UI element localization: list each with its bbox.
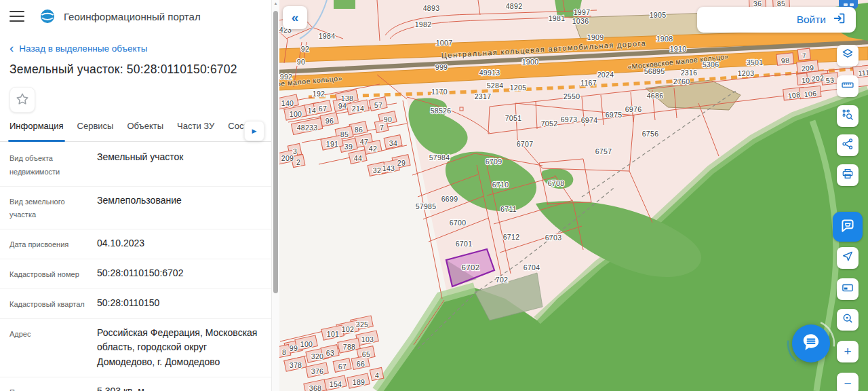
parcel-label[interactable]: 102: [342, 325, 354, 333]
parcel-label[interactable]: 191: [326, 140, 338, 148]
object-search-button[interactable]: [837, 105, 859, 127]
parcel-label[interactable]: 1170: [431, 88, 448, 96]
parcel-label[interactable]: 8: [282, 348, 286, 356]
print-button[interactable]: [837, 164, 859, 186]
parcel-label[interactable]: 1909: [587, 33, 604, 41]
parcel-label[interactable]: 67: [319, 105, 327, 113]
parcel-label[interactable]: 100: [290, 110, 302, 118]
parcel-label[interactable]: 189: [353, 378, 365, 386]
parcel-label[interactable]: 4686: [647, 92, 664, 100]
parcel-label[interactable]: 6708: [548, 179, 565, 187]
tab-information[interactable]: Информация: [9, 121, 64, 141]
parcel-label[interactable]: 2317: [475, 92, 492, 100]
parcel-label[interactable]: 4892: [506, 2, 523, 10]
parcel-label[interactable]: 378: [290, 361, 302, 369]
parcel-label[interactable]: 2024: [597, 71, 614, 79]
collapse-panel-button[interactable]: «: [283, 6, 307, 29]
parcel-label[interactable]: 6973: [561, 115, 578, 124]
parcel-label[interactable]: 63: [326, 349, 334, 357]
chat-button[interactable]: [792, 324, 830, 362]
zoom-out-button[interactable]: −: [837, 373, 859, 391]
parcel-label[interactable]: 6974: [581, 116, 598, 124]
parcel-label[interactable]: 2550: [564, 92, 580, 100]
parcel-label[interactable]: 1036: [572, 17, 589, 25]
parcel-label[interactable]: 6704: [524, 263, 540, 272]
parcel-label[interactable]: 214: [352, 105, 364, 113]
parcel-label[interactable]: 320: [311, 352, 323, 360]
parcel-label[interactable]: 140: [281, 99, 294, 107]
parcel-label[interactable]: 192: [313, 90, 325, 98]
parcel-label[interactable]: 90: [297, 58, 305, 66]
parcel-label[interactable]: 2316: [681, 69, 698, 77]
panel-scrollbar[interactable]: ▲: [271, 0, 279, 391]
parcel-label[interactable]: 1908: [656, 35, 673, 43]
parcel-label[interactable]: 6699: [441, 195, 458, 203]
parcel-label[interactable]: 209: [281, 154, 294, 162]
parcel-label[interactable]: 6709: [486, 157, 502, 166]
draw-area-button[interactable]: [833, 212, 863, 242]
parcel-label[interactable]: 106: [804, 89, 817, 98]
parcel-label[interactable]: 6756: [642, 130, 659, 138]
parcel-label[interactable]: 6711: [500, 205, 517, 213]
parcel-label[interactable]: 44: [354, 154, 362, 162]
menu-button[interactable]: [9, 11, 24, 22]
parcel-label[interactable]: 1981: [549, 14, 566, 22]
layers-button[interactable]: [837, 45, 859, 67]
parcel-label[interactable]: 39: [344, 143, 353, 151]
map-search-button[interactable]: [837, 309, 859, 331]
parcel-label[interactable]: 6757: [595, 147, 612, 155]
parcel-label[interactable]: 3501: [747, 58, 764, 67]
parcel-label[interactable]: 94: [338, 102, 347, 110]
parcel-label[interactable]: 368: [309, 384, 321, 391]
favorite-button[interactable]: [9, 87, 35, 113]
parcel-label[interactable]: 57: [374, 101, 382, 109]
parcel-label[interactable]: 5284: [487, 81, 504, 90]
parcel-label[interactable]: 99: [290, 344, 298, 352]
parcel-label[interactable]: 98: [781, 56, 789, 64]
tabs-scroll-right-button[interactable]: ▶: [244, 121, 264, 141]
parcel-label[interactable]: 6975: [606, 111, 623, 119]
selected-parcel-label[interactable]: 6702: [462, 263, 480, 272]
back-link[interactable]: ‹ Назад в выделенные объекты: [9, 43, 262, 54]
parcel-label[interactable]: 34: [389, 139, 397, 147]
parcel-label[interactable]: 90: [384, 115, 392, 124]
parcel-label[interactable]: 7: [380, 124, 384, 132]
parcel-label[interactable]: 154: [330, 380, 342, 388]
parcel-label[interactable]: 4893: [423, 4, 440, 12]
parcel-label[interactable]: 108: [787, 90, 801, 100]
tab-parts[interactable]: Части ЗУ: [177, 121, 214, 141]
parcel-label[interactable]: 2760: [673, 77, 690, 86]
parcel-label[interactable]: 14: [308, 107, 316, 115]
parcel-label[interactable]: 42: [369, 145, 377, 153]
scrollbar-thumb[interactable]: [273, 11, 278, 293]
parcel-label[interactable]: 6712: [503, 233, 520, 241]
parcel-label[interactable]: 57985: [416, 202, 437, 210]
login-button[interactable]: Войти: [697, 7, 856, 33]
parcel-label[interactable]: 100: [300, 340, 313, 348]
parcel-label[interactable]: 999: [435, 63, 448, 71]
parcel-label[interactable]: 49913: [479, 69, 500, 77]
parcel-label[interactable]: 7052: [541, 119, 558, 128]
my-location-button[interactable]: [837, 247, 859, 269]
parcel-label[interactable]: 6703: [545, 234, 562, 242]
ruler-button[interactable]: [837, 75, 859, 97]
parcel-label[interactable]: 85: [340, 130, 349, 138]
parcel-label[interactable]: 7051: [505, 114, 522, 122]
parcel-label[interactable]: 209: [801, 63, 814, 73]
parcel-label[interactable]: 48233: [297, 124, 318, 132]
parcel-label[interactable]: 65: [362, 350, 370, 358]
parcel-label[interactable]: 6707: [517, 140, 534, 148]
parcel-label[interactable]: 143: [382, 164, 395, 172]
parcel-label[interactable]: 86: [355, 126, 363, 134]
parcel-label[interactable]: 1982: [415, 20, 432, 29]
parcel-label[interactable]: 47: [360, 138, 368, 146]
parcel-label[interactable]: 92: [301, 45, 309, 53]
parcel-label[interactable]: 1910: [670, 45, 687, 53]
parcel-label[interactable]: 57984: [429, 153, 450, 162]
parcel-label[interactable]: 96: [326, 117, 334, 125]
parcel-label[interactable]: 6700: [450, 219, 467, 227]
zoom-in-button[interactable]: +: [837, 341, 859, 362]
parcel-label[interactable]: 4: [375, 371, 379, 379]
parcel-label[interactable]: 7: [802, 52, 806, 60]
parcel-label[interactable]: 67: [338, 362, 347, 371]
